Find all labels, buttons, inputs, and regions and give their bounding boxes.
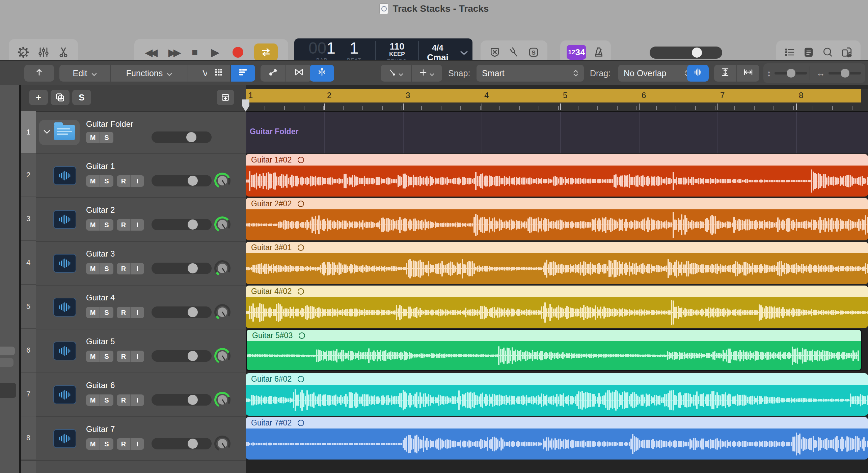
cycle-region[interactable] — [246, 89, 861, 102]
editors-scissors-icon[interactable] — [58, 47, 69, 58]
duplicate-track-button[interactable] — [51, 90, 70, 105]
tuner-fork-icon[interactable] — [509, 47, 519, 58]
track-name[interactable]: Guitar 6 — [86, 381, 115, 390]
media-browser-icon[interactable] — [841, 47, 852, 58]
record-enable-button[interactable]: R — [117, 351, 131, 362]
region-header[interactable]: Guitar 5#03 — [247, 330, 861, 341]
volume-slider[interactable] — [152, 350, 212, 362]
record-button[interactable] — [233, 47, 243, 58]
forward-button[interactable]: ▶▶ — [168, 47, 181, 58]
drag-dropdown[interactable]: No Overlap — [618, 65, 695, 82]
loop-indicator-icon[interactable] — [298, 157, 304, 163]
region-header[interactable]: Guitar 7#02 — [246, 417, 868, 428]
audio-region[interactable]: Guitar 4#02 — [246, 286, 868, 328]
play-button[interactable]: ▶ — [211, 46, 222, 59]
track-name[interactable]: Guitar 1 — [86, 161, 115, 171]
record-enable-button[interactable]: R — [117, 175, 131, 187]
loop-indicator-icon[interactable] — [298, 420, 304, 426]
solo-button[interactable]: S — [100, 263, 113, 274]
tracks-view-button[interactable] — [231, 65, 255, 82]
record-enable-button[interactable]: R — [117, 394, 131, 406]
level-meter-knob[interactable] — [214, 435, 231, 452]
loop-indicator-icon[interactable] — [299, 332, 305, 339]
marquee-tool-button[interactable] — [412, 65, 442, 82]
volume-slider[interactable] — [152, 438, 212, 449]
loop-indicator-icon[interactable] — [298, 376, 304, 382]
track-name[interactable]: Guitar 7 — [86, 424, 115, 434]
solo-button[interactable]: S — [100, 175, 113, 187]
horizontal-zoom-slider[interactable] — [829, 72, 861, 75]
audio-region-selected[interactable]: Guitar 5#03 — [246, 329, 862, 371]
input-monitor-button[interactable]: I — [131, 263, 144, 274]
input-monitor-button[interactable]: I — [131, 394, 144, 406]
track-name[interactable]: Guitar 3 — [86, 249, 115, 259]
beat-ruler[interactable] — [246, 102, 868, 111]
audio-region[interactable]: Guitar 2#02 — [246, 198, 868, 240]
metronome-icon[interactable] — [593, 47, 604, 58]
volume-slider[interactable] — [152, 219, 212, 230]
track-name[interactable]: Guitar 5 — [86, 337, 115, 346]
mute-button[interactable]: M — [86, 351, 100, 362]
vertical-zoom-slider[interactable] — [775, 72, 807, 75]
solo-button[interactable]: S — [100, 307, 113, 318]
loop-indicator-icon[interactable] — [298, 244, 304, 251]
track-name[interactable]: Guitar Folder — [86, 119, 133, 129]
flex-button[interactable] — [286, 65, 312, 82]
input-monitor-button[interactable]: I — [131, 351, 144, 362]
record-enable-button[interactable]: R — [117, 219, 131, 231]
loop-indicator-icon[interactable] — [298, 201, 304, 207]
mute-button[interactable]: M — [86, 132, 100, 143]
level-meter-knob[interactable] — [214, 216, 231, 233]
solo-button[interactable]: S — [100, 438, 113, 450]
count-in-button[interactable]: 1234 — [567, 45, 586, 60]
level-meter-knob[interactable] — [214, 348, 231, 364]
input-monitor-button[interactable]: I — [131, 219, 144, 231]
input-monitor-button[interactable]: I — [131, 438, 144, 450]
horizontal-auto-zoom-button[interactable] — [737, 65, 759, 82]
region-header[interactable]: Guitar 3#01 — [246, 242, 868, 253]
track-name[interactable]: Guitar 4 — [86, 293, 115, 302]
notes-icon[interactable] — [803, 47, 814, 58]
volume-slider[interactable] — [152, 263, 212, 274]
exit-folder-button[interactable] — [24, 65, 54, 82]
input-monitor-button[interactable]: I — [131, 175, 144, 187]
pointer-tool-button[interactable] — [381, 65, 412, 82]
track-number[interactable]: 1 — [21, 111, 36, 153]
volume-slider[interactable] — [152, 131, 212, 143]
functions-menu[interactable]: Functions — [111, 65, 188, 82]
solo-mode-icon[interactable]: S — [528, 47, 539, 58]
volume-slider[interactable] — [152, 175, 212, 186]
level-meter-knob[interactable] — [214, 260, 231, 277]
audio-region[interactable]: Guitar 1#02 — [246, 154, 868, 197]
track-number[interactable]: 7 — [21, 373, 36, 416]
mute-button[interactable]: M — [86, 263, 100, 274]
snap-dropdown[interactable]: Smart — [477, 65, 584, 82]
catch-playhead-button[interactable] — [310, 65, 334, 82]
master-volume-slider[interactable] — [650, 47, 722, 59]
track-header[interactable]: 7 Guitar 6 MS RI — [21, 373, 246, 417]
solo-button[interactable]: S — [100, 394, 113, 406]
solo-button[interactable]: S — [100, 132, 113, 143]
folder-icon[interactable] — [54, 125, 75, 140]
input-monitor-button[interactable]: I — [131, 307, 144, 318]
audio-region[interactable]: Guitar 6#02 — [246, 373, 868, 416]
track-number[interactable]: 6 — [21, 329, 36, 373]
track-header[interactable]: 2 Guitar 1 MS RI — [21, 153, 246, 198]
mixer-icon[interactable] — [38, 47, 49, 58]
audio-region[interactable]: Guitar 3#01 — [246, 242, 868, 284]
track-header[interactable]: 8 Guitar 7 MS RI — [21, 416, 246, 461]
loop-browser-icon[interactable] — [822, 47, 833, 58]
folder-region-name[interactable]: Guitar Folder — [250, 127, 298, 136]
track-number[interactable]: 5 — [21, 285, 36, 329]
mute-button[interactable]: M — [86, 219, 100, 231]
record-enable-button[interactable]: R — [117, 263, 131, 274]
track-name[interactable]: Guitar 2 — [86, 205, 115, 215]
audio-region[interactable]: Guitar 7#02 — [246, 417, 868, 460]
solo-button[interactable]: S — [100, 351, 113, 362]
solo-button[interactable]: S — [100, 219, 113, 231]
punch-clock-icon[interactable] — [489, 47, 500, 58]
disclosure-chevron-icon[interactable] — [43, 129, 51, 136]
region-header[interactable]: Guitar 2#02 — [246, 198, 868, 209]
volume-slider[interactable] — [152, 394, 212, 406]
add-track-button[interactable]: + — [29, 90, 48, 105]
